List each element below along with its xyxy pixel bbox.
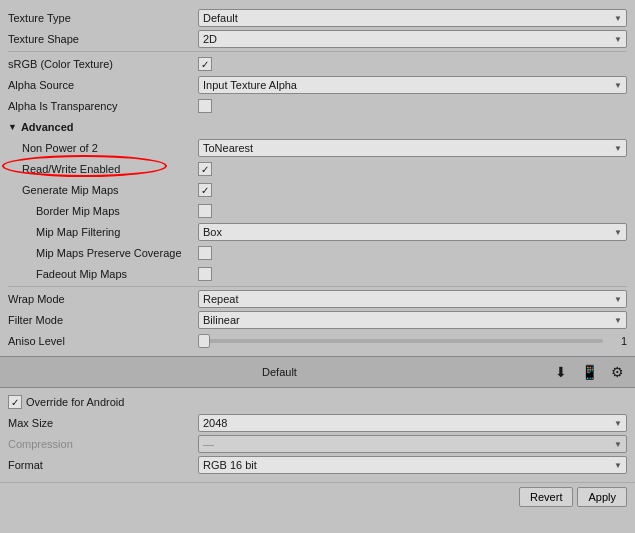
mip-preserve-checkbox[interactable]: [198, 246, 212, 260]
texture-type-arrow: ▼: [614, 14, 622, 23]
non-power-dropdown[interactable]: ToNearest ▼: [198, 139, 627, 157]
advanced-section[interactable]: ▼ Advanced: [8, 117, 627, 137]
mip-filtering-value: Box: [203, 226, 222, 238]
generate-mip-row: Generate Mip Maps: [8, 180, 627, 200]
divider-1: [8, 51, 627, 52]
filter-mode-label: Filter Mode: [8, 314, 198, 326]
download-icon[interactable]: ⬇: [551, 362, 571, 382]
generate-mip-label: Generate Mip Maps: [8, 184, 198, 196]
wrap-mode-value: Repeat: [203, 293, 238, 305]
srgb-row: sRGB (Color Texture): [8, 54, 627, 74]
alpha-source-label: Alpha Source: [8, 79, 198, 91]
format-row: Format RGB 16 bit ▼: [8, 455, 627, 475]
format-label: Format: [8, 459, 198, 471]
alpha-transparency-checkbox[interactable]: [198, 99, 212, 113]
max-size-row: Max Size 2048 ▼: [8, 413, 627, 433]
texture-type-row: Texture Type Default ▼: [8, 8, 627, 28]
mip-filtering-dropdown[interactable]: Box ▼: [198, 223, 627, 241]
android-panel: Override for Android Max Size 2048 ▼ Com…: [0, 388, 635, 480]
format-arrow: ▼: [614, 461, 622, 470]
border-mip-checkbox[interactable]: [198, 204, 212, 218]
alpha-transparency-row: Alpha Is Transparency: [8, 96, 627, 116]
generate-mip-checkbox[interactable]: [198, 183, 212, 197]
mip-filtering-arrow: ▼: [614, 228, 622, 237]
filter-mode-row: Filter Mode Bilinear ▼: [8, 310, 627, 330]
max-size-dropdown[interactable]: 2048 ▼: [198, 414, 627, 432]
max-size-label: Max Size: [8, 417, 198, 429]
mip-filtering-label: Mip Map Filtering: [8, 226, 198, 238]
format-value: RGB 16 bit: [203, 459, 257, 471]
settings-icon[interactable]: ⚙: [607, 362, 627, 382]
texture-type-dropdown[interactable]: Default ▼: [198, 9, 627, 27]
non-power-value: ToNearest: [203, 142, 253, 154]
advanced-triangle: ▼: [8, 122, 17, 132]
srgb-checkbox[interactable]: [198, 57, 212, 71]
texture-type-value: Default: [203, 12, 238, 24]
compression-label: Compression: [8, 438, 198, 450]
texture-shape-row: Texture Shape 2D ▼: [8, 29, 627, 49]
border-mip-label: Border Mip Maps: [8, 205, 198, 217]
fadeout-mip-row: Fadeout Mip Maps: [8, 264, 627, 284]
max-size-value: 2048: [203, 417, 227, 429]
max-size-arrow: ▼: [614, 419, 622, 428]
alpha-transparency-label: Alpha Is Transparency: [8, 100, 198, 112]
compression-row: Compression — ▼: [8, 434, 627, 454]
divider-2: [8, 286, 627, 287]
aniso-slider-thumb[interactable]: [198, 334, 210, 348]
read-write-label: Read/Write Enabled: [8, 163, 198, 175]
texture-shape-value: 2D: [203, 33, 217, 45]
filter-mode-value: Bilinear: [203, 314, 240, 326]
non-power-label: Non Power of 2: [8, 142, 198, 154]
srgb-label: sRGB (Color Texture): [8, 58, 198, 70]
footer: Revert Apply: [0, 482, 635, 511]
wrap-mode-dropdown[interactable]: Repeat ▼: [198, 290, 627, 308]
texture-shape-label: Texture Shape: [8, 33, 198, 45]
aniso-slider-container: 1: [198, 335, 627, 347]
fadeout-mip-label: Fadeout Mip Maps: [8, 268, 198, 280]
aniso-level-value: 1: [607, 335, 627, 347]
compression-arrow: ▼: [614, 440, 622, 449]
platform-icons: ⬇ 📱 ⚙: [551, 362, 627, 382]
mip-filtering-row: Mip Map Filtering Box ▼: [8, 222, 627, 242]
mobile-icon[interactable]: 📱: [579, 362, 599, 382]
read-write-row: Read/Write Enabled: [8, 159, 627, 179]
filter-mode-arrow: ▼: [614, 316, 622, 325]
advanced-label: Advanced: [21, 121, 74, 133]
aniso-slider[interactable]: [198, 339, 603, 343]
wrap-mode-arrow: ▼: [614, 295, 622, 304]
platform-label: Default: [8, 366, 551, 378]
texture-shape-dropdown[interactable]: 2D ▼: [198, 30, 627, 48]
non-power-row: Non Power of 2 ToNearest ▼: [8, 138, 627, 158]
aniso-level-row: Aniso Level 1: [8, 331, 627, 351]
override-checkbox[interactable]: [8, 395, 22, 409]
alpha-source-arrow: ▼: [614, 81, 622, 90]
texture-shape-arrow: ▼: [614, 35, 622, 44]
override-label: Override for Android: [26, 396, 124, 408]
compression-value: —: [203, 438, 214, 450]
alpha-source-row: Alpha Source Input Texture Alpha ▼: [8, 75, 627, 95]
alpha-source-dropdown[interactable]: Input Texture Alpha ▼: [198, 76, 627, 94]
override-row: Override for Android: [8, 392, 627, 412]
apply-button[interactable]: Apply: [577, 487, 627, 507]
filter-mode-dropdown[interactable]: Bilinear ▼: [198, 311, 627, 329]
read-write-checkbox[interactable]: [198, 162, 212, 176]
non-power-arrow: ▼: [614, 144, 622, 153]
mip-preserve-label: Mip Maps Preserve Coverage: [8, 247, 198, 259]
aniso-level-label: Aniso Level: [8, 335, 198, 347]
wrap-mode-row: Wrap Mode Repeat ▼: [8, 289, 627, 309]
revert-button[interactable]: Revert: [519, 487, 573, 507]
format-dropdown[interactable]: RGB 16 bit ▼: [198, 456, 627, 474]
alpha-source-value: Input Texture Alpha: [203, 79, 297, 91]
fadeout-mip-checkbox[interactable]: [198, 267, 212, 281]
texture-type-label: Texture Type: [8, 12, 198, 24]
platform-bar: Default ⬇ 📱 ⚙: [0, 356, 635, 388]
mip-preserve-row: Mip Maps Preserve Coverage: [8, 243, 627, 263]
compression-dropdown[interactable]: — ▼: [198, 435, 627, 453]
wrap-mode-label: Wrap Mode: [8, 293, 198, 305]
border-mip-row: Border Mip Maps: [8, 201, 627, 221]
